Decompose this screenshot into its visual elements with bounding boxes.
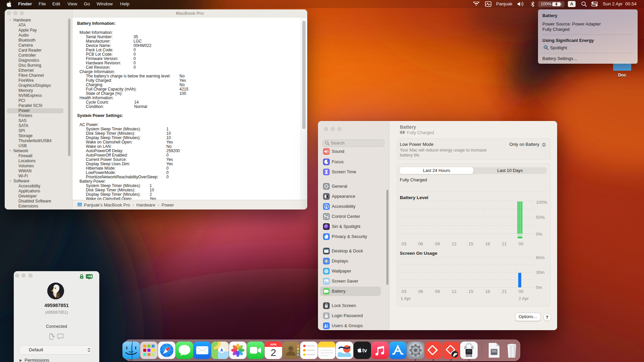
svg-text:21: 21 [502,241,506,246]
svg-text:1 Apr: 1 Apr [400,296,411,301]
svg-text:06: 06 [418,289,423,294]
svg-text:21: 21 [502,289,506,294]
svg-text:06: 06 [418,241,423,246]
svg-text:50%: 50% [536,215,545,220]
svg-text:09: 09 [435,241,440,246]
svg-text:0m: 0m [536,285,542,290]
svg-text:100%: 100% [536,200,547,205]
svg-text:APR: APR [270,343,277,346]
svg-text:03: 03 [401,289,406,294]
svg-text:18: 18 [485,289,490,294]
svg-text:12: 12 [452,289,457,294]
svg-text:2 Apr: 2 Apr [519,296,529,301]
svg-text:30m: 30m [536,270,544,275]
svg-text:60m: 60m [536,256,544,260]
svg-text:0%: 0% [536,232,542,237]
svg-text:03: 03 [401,241,406,246]
svg-text:12: 12 [452,241,457,246]
svg-text:tv: tv [362,348,367,353]
svg-text:09: 09 [435,289,440,294]
svg-text:15: 15 [469,289,473,294]
svg-text:18: 18 [485,241,490,246]
svg-text:2: 2 [271,347,276,358]
svg-text:00: 00 [519,241,523,246]
svg-text:15: 15 [469,241,473,246]
svg-text:00: 00 [519,289,523,294]
